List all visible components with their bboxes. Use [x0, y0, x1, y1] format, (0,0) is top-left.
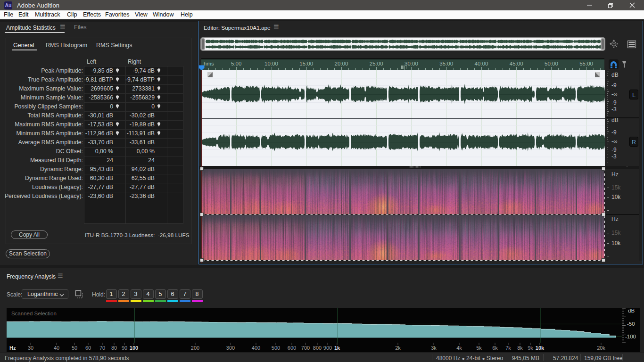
svg-text:3k: 3k [431, 345, 437, 351]
svg-text:1k: 1k [334, 345, 340, 351]
svg-text:5k: 5k [476, 345, 482, 351]
svg-text:20k: 20k [597, 345, 605, 351]
svg-text:Scanned Selection: Scanned Selection [11, 311, 57, 316]
svg-text:2k: 2k [395, 345, 401, 351]
svg-text:500: 500 [272, 345, 280, 351]
svg-text:800: 800 [313, 345, 322, 351]
svg-text:200: 200 [191, 345, 199, 351]
svg-text:900: 900 [323, 345, 332, 351]
svg-text:-100: -100 [625, 334, 636, 339]
svg-text:7k: 7k [505, 345, 511, 351]
svg-text:80: 80 [111, 345, 117, 351]
svg-text:100: 100 [130, 345, 138, 351]
svg-text:Hz: Hz [9, 345, 16, 351]
svg-text:40: 40 [54, 345, 59, 351]
svg-text:10k: 10k [536, 345, 545, 351]
svg-text:30: 30 [28, 345, 33, 351]
svg-text:300: 300 [226, 345, 235, 351]
svg-text:4k: 4k [456, 345, 462, 351]
svg-text:6k: 6k [492, 345, 498, 351]
svg-text:8k: 8k [517, 345, 523, 351]
svg-text:600: 600 [288, 345, 296, 351]
svg-text:90: 90 [122, 345, 127, 351]
svg-text:9k: 9k [528, 345, 533, 351]
svg-text:70: 70 [99, 345, 105, 351]
svg-text:50: 50 [72, 345, 77, 351]
svg-text:400: 400 [252, 345, 260, 351]
svg-text:700: 700 [301, 345, 310, 351]
svg-text:-50: -50 [627, 321, 635, 327]
svg-text:dB: dB [628, 308, 635, 313]
svg-text:60: 60 [85, 345, 91, 351]
